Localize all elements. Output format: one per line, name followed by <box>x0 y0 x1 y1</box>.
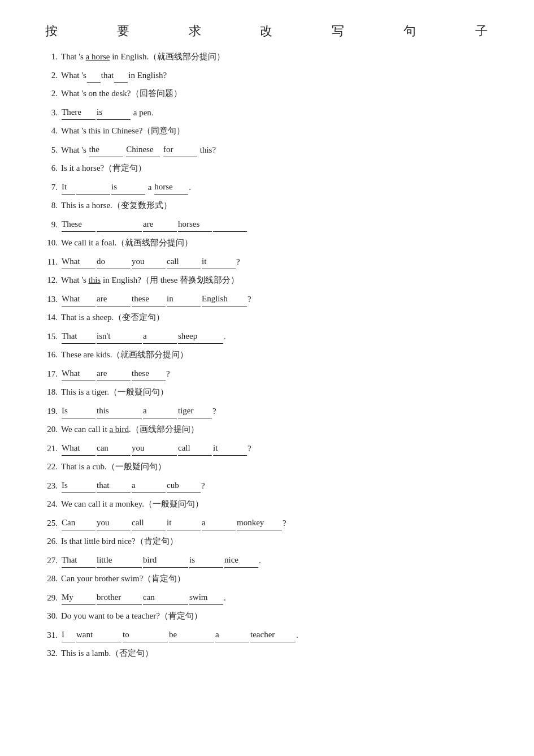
header-char-2: 要 <box>117 23 131 40</box>
item-number: 31. <box>40 628 58 643</box>
blank: can <box>143 590 188 606</box>
item-text: Isthatacub? <box>61 478 494 494</box>
item-text: This is a horse.（变复数形式） <box>61 198 494 213</box>
blank: can <box>97 441 131 456</box>
list-item: 12. What 's this in English?（用 these 替换划… <box>40 273 494 288</box>
blank: it <box>202 254 236 270</box>
blank: do <box>97 254 131 270</box>
list-item: 13. WhataretheseinEnglish? <box>40 292 494 307</box>
list-item: 32. This is a lamb.（否定句） <box>40 646 494 661</box>
list-item: 4. What 's this in Chinese?（同意句） <box>40 124 494 139</box>
blank: monkey <box>237 516 282 531</box>
list-item: 28. Can your brother swim?（肯定句） <box>40 572 494 586</box>
item-number: 23. <box>40 479 58 494</box>
header-char-5: 写 <box>332 23 345 40</box>
item-text: Thatisn'tasheep. <box>61 329 494 344</box>
item-number: 18. <box>40 385 58 400</box>
list-item: 24. We can call it a monkey.（一般疑问句） <box>40 497 494 512</box>
blank: isn't <box>97 329 142 344</box>
item-number: 1. <box>40 50 58 64</box>
item-number: 5. <box>40 143 58 158</box>
page-header: 按 要 求 改 写 句 子 <box>34 23 500 40</box>
header-char-6: 句 <box>403 23 417 40</box>
list-item: 6. Is it a horse?（肯定句） <box>40 161 494 176</box>
list-item: 16. These are kids.（就画线部分提问） <box>40 348 494 362</box>
list-item: 25. Canyoucallitamonkey? <box>40 516 494 531</box>
blank: little <box>97 553 142 568</box>
list-item: 20. We can call it a bird.（画线部分提问） <box>40 422 494 437</box>
list-item: 11. Whatdoyoucallit? <box>40 254 494 270</box>
item-number: 6. <box>40 161 58 176</box>
item-text: Is that little bird nice?（肯定句） <box>61 534 494 549</box>
blank: horses <box>178 217 212 232</box>
list-item: 26. Is that little bird nice?（肯定句） <box>40 534 494 549</box>
item-number: 16. <box>40 348 58 362</box>
item-number: 3. <box>40 106 58 120</box>
item-text: We can call it a bird.（画线部分提问） <box>61 422 494 437</box>
blank: call <box>178 441 212 456</box>
blank <box>97 231 142 232</box>
blank: My <box>62 590 95 606</box>
list-item: 7. Itis a horse. <box>40 180 494 195</box>
list-item: 15. Thatisn'tasheep. <box>40 329 494 344</box>
item-number: 25. <box>40 516 58 531</box>
item-text: What 'sthatin English? <box>61 68 494 83</box>
item-number: 21. <box>40 442 58 456</box>
list-item: 2. What 's on the desk?（回答问题） <box>40 87 494 101</box>
item-number: 24. <box>40 497 58 512</box>
blank: you <box>132 254 166 270</box>
item-text: Thatlittlebirdisnice. <box>61 553 494 568</box>
item-text: What 's this in English?（用 these 替换划线部分） <box>61 273 494 288</box>
item-text: Itis a horse. <box>61 180 494 195</box>
list-item: 14. That is a sheep.（变否定句） <box>40 310 494 325</box>
item-number: 12. <box>40 273 58 288</box>
blank: this <box>97 404 142 419</box>
underlined-text: a bird <box>109 425 129 434</box>
blank: Is <box>62 478 95 494</box>
blank: Chinese <box>126 142 160 158</box>
blank: These <box>62 217 95 232</box>
blank: bird <box>143 553 188 568</box>
item-text: We can call it a monkey.（一般疑问句） <box>61 497 494 512</box>
blank: you <box>97 516 131 531</box>
item-text: Whatcanyoucallit? <box>61 441 494 456</box>
list-item: 5. What 's the Chinese for this? <box>40 142 494 158</box>
header-char-4: 改 <box>260 23 273 40</box>
blank: for <box>163 142 197 158</box>
item-text: Canyoucallitamonkey? <box>61 516 494 531</box>
underlined-text: this <box>89 275 101 284</box>
blank <box>87 82 101 83</box>
item-number: 19. <box>40 404 58 419</box>
item-text: Is it a horse?（肯定句） <box>61 161 494 176</box>
blank: horse <box>154 180 188 195</box>
list-item: 19. Isthisatiger? <box>40 404 494 419</box>
list-item: 21. Whatcanyoucallit? <box>40 441 494 456</box>
blank: a <box>202 516 236 531</box>
item-number: 15. <box>40 330 58 344</box>
blank: it <box>213 441 247 456</box>
blank: a <box>215 628 249 643</box>
item-number: 26. <box>40 534 58 549</box>
blank: What <box>62 441 95 456</box>
header-char-1: 按 <box>45 23 59 40</box>
item-number: 29. <box>40 591 58 606</box>
blank: you <box>132 441 177 456</box>
blank: swim <box>189 590 223 606</box>
blank: that <box>97 478 131 494</box>
blank: What <box>62 292 95 307</box>
item-number: 7. <box>40 180 58 195</box>
blank: the <box>89 142 123 158</box>
list-item: 8. This is a horse.（变复数形式） <box>40 198 494 213</box>
item-number: 4. <box>40 124 58 139</box>
blank: brother <box>97 590 142 606</box>
item-number: 11. <box>40 255 58 270</box>
item-text: Do you want to be a teacher?（肯定句） <box>61 609 494 624</box>
blank: I <box>62 628 75 643</box>
item-number: 14. <box>40 310 58 325</box>
blank: are <box>97 292 131 307</box>
item-text: Can your brother swim?（肯定句） <box>61 572 494 586</box>
list-item: 10. We call it a foal.（就画线部分提问） <box>40 236 494 250</box>
blank <box>76 194 110 195</box>
blank <box>213 231 247 232</box>
list-item: 3. Thereis a pen. <box>40 105 494 120</box>
